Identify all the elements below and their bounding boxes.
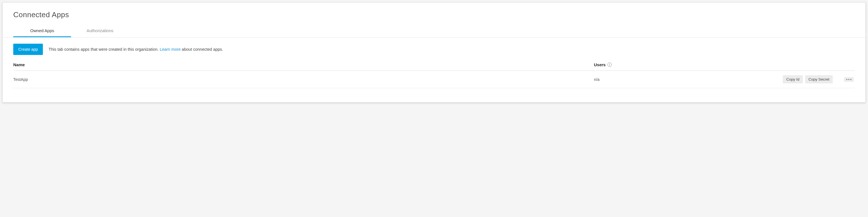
app-name-cell: TestApp (13, 77, 594, 82)
desc-suffix: about connected apps. (181, 47, 223, 52)
page-title: Connected Apps (3, 3, 865, 25)
tabs: Owned Apps Authorizations (3, 25, 865, 37)
table-row: TestApp n/a Copy Id Copy Secret (13, 71, 855, 88)
svg-point-2 (850, 79, 851, 80)
svg-point-0 (846, 79, 847, 80)
tab-owned-apps[interactable]: Owned Apps (13, 25, 71, 37)
learn-more-link[interactable]: Learn more (160, 47, 181, 52)
more-actions-button[interactable] (844, 77, 854, 82)
info-icon[interactable]: i (608, 63, 612, 67)
tab-authorizations[interactable]: Authorizations (71, 25, 129, 37)
create-app-button[interactable]: Create app (13, 44, 43, 55)
toolbar: Create app This tab contains apps that w… (3, 37, 865, 62)
tab-label: Owned Apps (30, 28, 54, 33)
toolbar-description: This tab contains apps that were created… (49, 47, 223, 52)
column-header-users: Users i (594, 62, 712, 67)
desc-prefix: This tab contains apps that were created… (49, 47, 160, 52)
svg-point-1 (848, 79, 849, 80)
app-users-cell: n/a (594, 77, 712, 82)
more-icon (846, 79, 851, 80)
copy-id-button[interactable]: Copy Id (783, 75, 803, 84)
app-actions-cell: Copy Id Copy Secret (712, 75, 855, 84)
copy-secret-button[interactable]: Copy Secret (805, 75, 833, 84)
table-header: Name Users i (13, 62, 855, 71)
connected-apps-panel: Connected Apps Owned Apps Authorizations… (2, 2, 866, 102)
column-header-name: Name (13, 62, 594, 67)
tab-label: Authorizations (87, 28, 113, 33)
column-header-users-label: Users (594, 62, 606, 67)
apps-table: Name Users i TestApp n/a Copy Id Copy Se… (3, 62, 865, 88)
